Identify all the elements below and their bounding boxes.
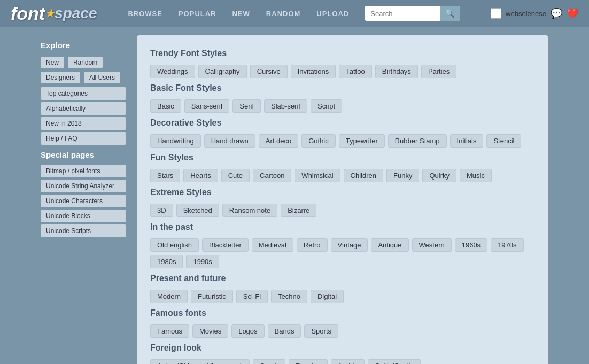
tag-techno[interactable]: Techno bbox=[271, 290, 307, 303]
tag-cute[interactable]: Cute bbox=[221, 169, 250, 182]
sidebar-new-2018[interactable]: New in 2018 bbox=[41, 117, 126, 130]
tag-birthdays[interactable]: Birthdays bbox=[375, 65, 418, 78]
section-title-foreign: Foreign look bbox=[150, 343, 535, 353]
tag-digital[interactable]: Digital bbox=[311, 290, 344, 303]
section-decorative: Decorative Styles Handwriting Hand drawn… bbox=[150, 118, 535, 148]
tag-sci-fi[interactable]: Sci-Fi bbox=[236, 290, 268, 303]
sidebar-tag-random[interactable]: Random bbox=[68, 57, 103, 68]
tag-famous[interactable]: Famous bbox=[150, 324, 189, 338]
tag-3d[interactable]: 3D bbox=[150, 204, 173, 217]
sidebar-unicode-chars[interactable]: Unicode Characters bbox=[41, 195, 126, 207]
tag-hand-drawn[interactable]: Hand drawn bbox=[204, 134, 255, 148]
sidebar-unicode-blocks[interactable]: Unicode Blocks bbox=[41, 210, 126, 222]
tag-retro[interactable]: Retro bbox=[297, 238, 328, 252]
search-input[interactable] bbox=[365, 6, 440, 21]
tag-cursive[interactable]: Cursive bbox=[250, 65, 288, 78]
tag-1980s[interactable]: 1980s bbox=[150, 255, 183, 268]
tag-1990s[interactable]: 1990s bbox=[186, 255, 219, 268]
tag-sports[interactable]: Sports bbox=[304, 324, 338, 338]
sidebar-tag-designers[interactable]: Designers bbox=[41, 72, 80, 83]
sidebar-help-faq[interactable]: Help / FAQ bbox=[41, 132, 126, 145]
logo-star: ★ bbox=[45, 8, 55, 19]
tag-music[interactable]: Music bbox=[460, 169, 492, 182]
tag-whimsical[interactable]: Whimsical bbox=[294, 169, 340, 182]
nav-browse[interactable]: BROWSE bbox=[128, 10, 162, 18]
tag-antique[interactable]: Antique bbox=[371, 238, 408, 252]
section-basic: Basic Font Styles Basic Sans-serif Serif… bbox=[150, 83, 535, 113]
tag-russian[interactable]: Russian bbox=[289, 359, 328, 364]
search-button[interactable]: 🔍 bbox=[440, 6, 460, 21]
search-box: 🔍 bbox=[365, 6, 460, 21]
tag-vintage[interactable]: Vintage bbox=[331, 238, 368, 252]
tag-hearts[interactable]: Hearts bbox=[183, 169, 218, 182]
tag-asian[interactable]: Asian (Chinese / Japanese) bbox=[150, 359, 250, 364]
tag-1960s[interactable]: 1960s bbox=[455, 238, 487, 252]
tag-parties[interactable]: Parties bbox=[421, 65, 456, 78]
explore-tags-row2: Designers All Users bbox=[41, 70, 126, 85]
tag-arabic[interactable]: Arabic bbox=[331, 359, 365, 364]
tag-old-english[interactable]: Old english bbox=[150, 238, 199, 252]
tags-trendy: Weddings Calligraphy Cursive Invitations… bbox=[150, 65, 535, 78]
tag-rubber-stamp[interactable]: Rubber Stamp bbox=[388, 134, 447, 148]
tag-initials[interactable]: Initials bbox=[450, 134, 484, 148]
tag-ransom-note[interactable]: Ransom note bbox=[222, 204, 277, 217]
tag-typewriter[interactable]: Typewriter bbox=[339, 134, 385, 148]
heart-icon[interactable]: ❤️ bbox=[567, 7, 578, 19]
tag-futuristic[interactable]: Futuristic bbox=[191, 290, 233, 303]
section-title-decorative: Decorative Styles bbox=[150, 118, 535, 128]
tag-basic[interactable]: Basic bbox=[150, 99, 181, 113]
logo-area: font ★ space bbox=[11, 4, 97, 22]
tag-medieval[interactable]: Medieval bbox=[252, 238, 293, 252]
tag-weddings[interactable]: Weddings bbox=[150, 65, 195, 78]
tag-serif[interactable]: Serif bbox=[232, 99, 261, 113]
nav-upload[interactable]: UPLOAD bbox=[316, 10, 349, 18]
sidebar-unicode-scripts[interactable]: Unicode Scripts bbox=[41, 224, 126, 237]
sidebar-tag-allusers[interactable]: All Users bbox=[84, 72, 120, 83]
nav-popular[interactable]: POPULAR bbox=[179, 10, 216, 18]
tag-bizarre[interactable]: Bizarre bbox=[281, 204, 316, 217]
section-title-future: Present and future bbox=[150, 274, 535, 283]
tag-western[interactable]: Western bbox=[412, 238, 452, 252]
tag-stars[interactable]: Stars bbox=[150, 169, 180, 182]
tag-script[interactable]: Script bbox=[311, 99, 342, 113]
tag-bands[interactable]: Bands bbox=[268, 324, 301, 338]
tag-logos[interactable]: Logos bbox=[231, 324, 264, 338]
tag-sketched[interactable]: Sketched bbox=[176, 204, 219, 217]
nav-random[interactable]: RANDOM bbox=[266, 10, 301, 18]
tag-1970s[interactable]: 1970s bbox=[491, 238, 523, 252]
tag-handwriting[interactable]: Handwriting bbox=[150, 134, 201, 148]
tag-movies[interactable]: Movies bbox=[192, 324, 228, 338]
tag-quirky[interactable]: Quirky bbox=[422, 169, 456, 182]
tag-cartoon[interactable]: Cartoon bbox=[253, 169, 291, 182]
tag-greek[interactable]: Greek bbox=[253, 359, 285, 364]
tag-funky[interactable]: Funky bbox=[386, 169, 419, 182]
tag-tattoo[interactable]: Tattoo bbox=[339, 65, 371, 78]
chat-icon[interactable]: 💬 bbox=[551, 7, 562, 19]
sidebar-unicode-string[interactable]: Unicode String Analyzer bbox=[41, 180, 126, 192]
tag-blackletter[interactable]: Blackletter bbox=[202, 238, 249, 252]
sidebar-tag-new[interactable]: New bbox=[41, 57, 64, 68]
tag-celtic[interactable]: Celtic/Gaelic bbox=[368, 359, 421, 364]
tag-slab-serif[interactable]: Slab-serif bbox=[264, 99, 307, 113]
tag-modern[interactable]: Modern bbox=[150, 290, 188, 303]
tag-children[interactable]: Children bbox=[344, 169, 383, 182]
avatar bbox=[491, 8, 501, 19]
content-area: Trendy Font Styles Weddings Calligraphy … bbox=[137, 35, 548, 364]
sidebar-top-categories[interactable]: Top categories bbox=[41, 87, 126, 100]
tag-stencil[interactable]: Stencil bbox=[486, 134, 521, 148]
logo[interactable]: font ★ space bbox=[11, 4, 97, 22]
tags-past: Old english Blackletter Medieval Retro V… bbox=[150, 238, 535, 268]
sidebar: Explore New Random Designers All Users T… bbox=[41, 35, 126, 364]
sidebar-bitmap-fonts[interactable]: Bitmap / pixel fonts bbox=[41, 165, 126, 177]
tags-decorative: Handwriting Hand drawn Art deco Gothic T… bbox=[150, 134, 535, 148]
section-future: Present and future Modern Futuristic Sci… bbox=[150, 274, 535, 303]
tag-calligraphy[interactable]: Calligraphy bbox=[198, 65, 247, 78]
tag-art-deco[interactable]: Art deco bbox=[259, 134, 298, 148]
sidebar-alphabetically[interactable]: Alphabetically bbox=[41, 102, 126, 115]
section-foreign: Foreign look Asian (Chinese / Japanese) … bbox=[150, 343, 535, 364]
tag-gothic[interactable]: Gothic bbox=[301, 134, 336, 148]
nav-new[interactable]: NEW bbox=[232, 10, 250, 18]
logo-font: font bbox=[11, 4, 45, 22]
tag-invitations[interactable]: Invitations bbox=[291, 65, 336, 78]
tag-sans-serif[interactable]: Sans-serif bbox=[184, 99, 230, 113]
